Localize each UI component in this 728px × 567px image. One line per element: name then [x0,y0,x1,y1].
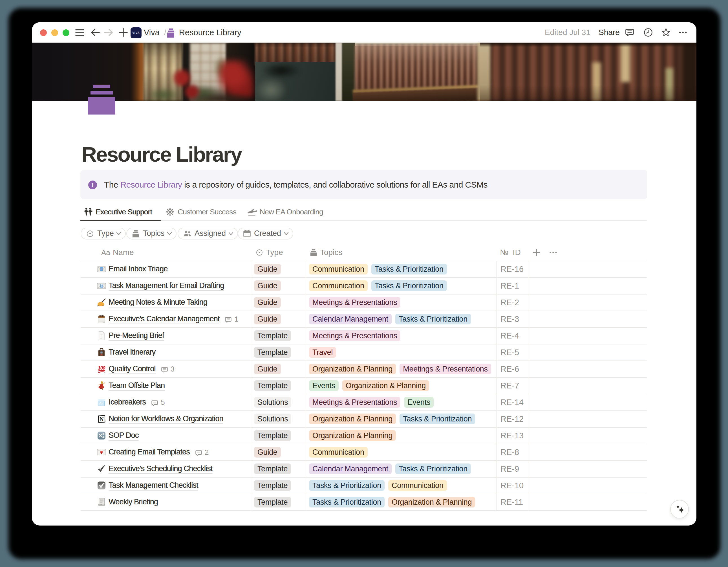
svg-text:E: E [100,284,103,288]
svg-text:E: E [100,267,103,271]
svg-text:N: N [100,416,104,422]
